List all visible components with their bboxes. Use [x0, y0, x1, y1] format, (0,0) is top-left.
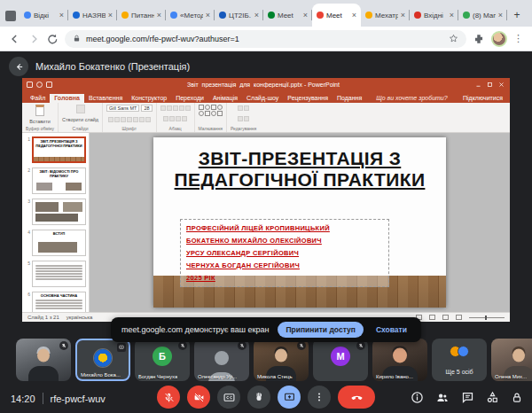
mic-toggle-button[interactable] [157, 386, 180, 409]
browser-tab[interactable]: ЦТ2ІБ. Ш [215, 4, 263, 27]
ppt-tab-slideshow: Слайд-шоу [242, 94, 283, 103]
tab-close-icon[interactable] [59, 11, 64, 19]
tab-title: Відкі [34, 12, 57, 19]
url-field[interactable]: meet.google.com/rfe-pwcf-wuv?authuser=1 [65, 30, 466, 48]
overflow-participants-tile[interactable]: Ще 5 осіб [432, 339, 487, 381]
ppt-tab-insert: Вставлення [84, 94, 127, 103]
participant-tile[interactable]: Микола Стець [254, 339, 309, 381]
browser-tab[interactable]: Питання [117, 4, 166, 27]
slide-thumbnail-2: 2 ЗВІТ: ВІДОМОСТІ ПРО ПРАКТИКУ [25, 168, 86, 194]
slide-text-line: ПРОФЕСІЙНИЙ ЛІЦЕЙ КРОПИВНИЦЬКИЙ [186, 222, 383, 235]
bookmark-star-icon[interactable] [449, 34, 458, 43]
participant-tile-presenting[interactable]: Михайло Бока... [75, 339, 130, 381]
tab-favicon [414, 12, 421, 19]
thumb-title: ЗВІТ: ВІДОМОСТІ ПРО ПРАКТИКУ [33, 168, 85, 179]
browser-tab[interactable]: НАЗЯВО [68, 4, 117, 27]
ppt-ribbon-tabs: Файл Головна Вставлення Конструктор Пере… [22, 91, 510, 103]
more-options-button[interactable] [308, 386, 331, 409]
captions-button[interactable] [217, 386, 240, 409]
thumb-number: 4 [25, 230, 30, 256]
camera-off-icon [193, 392, 205, 403]
profile-avatar[interactable] [491, 31, 507, 47]
group-label: Редагування [231, 126, 256, 131]
thumb-title: ОСНОВНА ЧАСТИНА [33, 292, 85, 299]
back-button[interactable] [9, 57, 28, 76]
tab-close-icon[interactable] [108, 11, 113, 19]
slide-thumbnail-1: 1 ЗВІТ-ПРЕЗЕНТАЦІЯ З ПЕДАГОГІЧНОЇ ПРАКТИ… [25, 136, 86, 163]
screen-share-banner: meet.google.com демонструє ваш екран При… [111, 317, 421, 342]
thumb-number: 2 [25, 168, 30, 194]
secure-lock-icon [73, 35, 81, 43]
tab-title: (8) Мапа [473, 12, 496, 19]
participant-tile[interactable]: Б Богдан Чернуха [135, 339, 190, 381]
ppt-body: 1 ЗВІТ-ПРЕЗЕНТАЦІЯ З ПЕДАГОГІЧНОЇ ПРАКТИ… [22, 133, 510, 312]
leave-call-button[interactable] [338, 386, 375, 409]
close-icon [497, 82, 505, 89]
ppt-tab-file: Файл [26, 94, 50, 103]
tab-favicon [219, 12, 226, 19]
camera-toggle-button[interactable] [187, 386, 210, 409]
browser-menu-icon[interactable] [513, 33, 523, 44]
tab-title: Мехатро [375, 12, 398, 19]
reload-icon[interactable] [46, 33, 59, 45]
meet-control-bar: 14:20 rfe-pwcf-wuv [0, 381, 532, 413]
slide-text-block: ПРОФЕСІЙНИЙ ЛІЦЕЙ КРОПИВНИЦЬКИЙ БОКАТЕНК… [180, 219, 389, 287]
thumb-title: ЗВІТ-ПРЕЗЕНТАЦІЯ З ПЕДАГОГІЧНОЇ ПРАКТИКИ [34, 138, 84, 149]
browser-tab[interactable]: Відкі [20, 4, 68, 27]
font-size-box: 28 [141, 105, 152, 112]
slide-title: ЗВІТ-ПРЕЗЕНТАЦІЯ З ПЕДАГОГІЧНОЇ ПРАКТИКИ [173, 148, 426, 190]
tab-close-icon[interactable] [352, 11, 356, 19]
browser-tab[interactable]: Мехатро [361, 4, 410, 27]
participant-tile[interactable]: Олександр Ур... [194, 339, 249, 381]
tab-favicon [73, 12, 80, 19]
browser-tab-active[interactable]: Meet [312, 4, 361, 27]
more-options-icon [314, 392, 325, 402]
back-icon[interactable] [9, 33, 21, 45]
extensions-icon[interactable] [473, 33, 485, 45]
tab-favicon [365, 12, 372, 19]
participants-icon[interactable] [435, 391, 450, 404]
tab-title: ЦТ2ІБ. Ш [229, 12, 252, 19]
participant-tile[interactable]: Олена Мих... [491, 339, 532, 381]
tab-close-icon[interactable] [157, 11, 161, 19]
host-controls-icon[interactable] [511, 391, 523, 404]
raise-hand-button[interactable] [247, 386, 270, 409]
slide-text-line: 2025 РІК [186, 272, 383, 284]
present-button[interactable] [278, 386, 301, 409]
ppt-tab-design: Конструктор [127, 94, 171, 103]
browser-tab[interactable]: (8) Мапа [458, 4, 507, 27]
participant-tile[interactable]: Кирило Івано... [372, 339, 427, 381]
group-label: Малювання [199, 126, 223, 131]
avatar-initial: Б [153, 347, 172, 366]
minimize-icon [474, 82, 482, 89]
tab-close-icon[interactable] [254, 11, 259, 19]
slide-canvas: ЗВІТ-ПРЕЗЕНТАЦІЯ З ПЕДАГОГІЧНОЇ ПРАКТИКИ… [90, 133, 510, 312]
stop-sharing-button[interactable]: Припинити доступ [278, 322, 363, 338]
captions-icon [223, 392, 235, 403]
hide-banner-button[interactable]: Сховати [372, 323, 411, 336]
participant-tile[interactable] [16, 339, 71, 381]
ppt-tab-review: Рецензування [283, 94, 332, 103]
browser-tab[interactable]: «Метод [166, 4, 215, 27]
meeting-code: rfe-pwcf-wuv [51, 394, 106, 404]
browser-tab[interactable]: Meet [263, 4, 312, 27]
activities-icon[interactable] [486, 391, 499, 404]
tab-close-icon[interactable] [450, 11, 454, 19]
chat-icon[interactable] [461, 391, 474, 404]
tab-close-icon[interactable] [303, 11, 308, 19]
thumb-number: 5 [25, 261, 30, 287]
tab-close-icon[interactable] [206, 11, 210, 19]
presenter-name: Михайло Бокатенко (Презентація) [35, 61, 190, 72]
tab-close-icon[interactable] [401, 11, 405, 19]
new-tab-button[interactable] [509, 7, 525, 23]
meeting-details-icon[interactable] [411, 391, 424, 404]
paste-label: Вставити [29, 119, 51, 124]
new-slide-icon [76, 105, 85, 113]
end-call-icon [350, 391, 364, 404]
forward-icon[interactable] [27, 33, 40, 45]
clock: 14:20 [11, 394, 35, 404]
participant-tile[interactable]: М [313, 339, 368, 381]
browser-tab[interactable]: Вхідні [410, 4, 458, 27]
tab-close-icon[interactable] [498, 11, 503, 19]
ppt-ribbon: Вставити Буфер обміну Створити слайд Сла… [22, 103, 510, 133]
